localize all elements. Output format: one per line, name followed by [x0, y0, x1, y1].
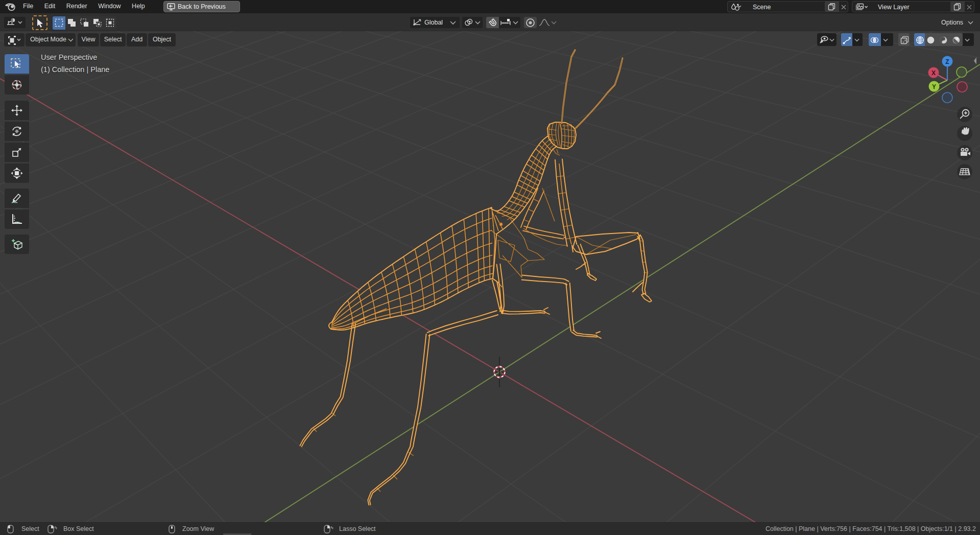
svg-text:X: X: [931, 69, 936, 77]
svg-text:Z: Z: [945, 58, 949, 65]
svg-text:Y: Y: [932, 83, 936, 90]
